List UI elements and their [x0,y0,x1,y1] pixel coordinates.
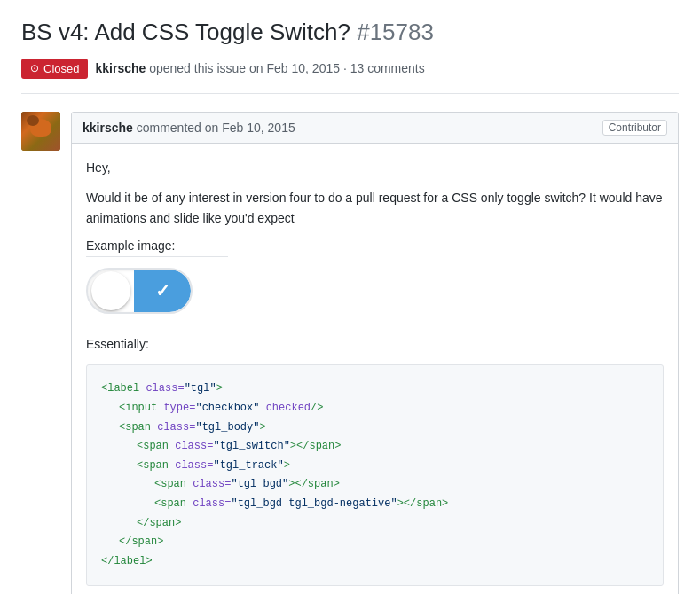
image-label: Example image: [86,238,228,257]
code-line-4: <span class="tgl_switch"></span> [101,437,649,457]
status-badge: ⊙ Closed [21,59,88,79]
avatar-image [21,112,60,151]
comment-author[interactable]: kkirsche [83,121,133,135]
comment-header: kkirsche commented on Feb 10, 2015 Contr… [72,113,678,144]
toggle-knob [91,271,130,310]
closed-icon: ⊙ [30,62,39,74]
body-text: Would it be of any interest in version f… [86,188,664,228]
meta-description: opened this issue on Feb 10, 2015 · 13 c… [149,61,425,75]
comment-box: kkirsche commented on Feb 10, 2015 Contr… [71,112,679,594]
greeting-text: Hey, [86,158,664,177]
code-line-7: <span class="tgl_bgd tgl_bgd-negative"><… [101,495,649,514]
essentially-label: Essentially: [86,334,664,354]
comment-thread: kkirsche commented on Feb 10, 2015 Contr… [21,112,679,594]
commented-on-label: commented on [137,121,219,135]
code-line-1: <label class="tgl"> [101,379,649,399]
code-block: <label class="tgl"> <input type="checkbo… [86,364,664,586]
issue-meta: ⊙ Closed kkirsche opened this issue on F… [21,59,679,94]
code-line-9: </span> [101,533,649,552]
toggle-container: ✓ [86,268,664,317]
code-line-8: </span> [101,514,649,534]
code-line-6: <span class="tgl_bgd"></span> [101,475,649,495]
comment-body: Hey, Would it be of any interest in vers… [72,144,678,594]
issue-meta-text: kkirsche opened this issue on Feb 10, 20… [95,61,424,75]
code-line-3: <span class="tgl_body"> [101,418,649,438]
code-line-2: <input type="checkbox" checked/> [101,399,649,418]
status-label: Closed [43,62,79,75]
meta-author[interactable]: kkirsche [95,61,146,75]
comment-date: Feb 10, 2015 [222,121,295,135]
page-title: BS v4: Add CSS Toggle Switch? #15783 [21,18,679,48]
toggle-track-active: ✓ [134,270,191,312]
avatar [21,112,60,151]
title-text: BS v4: Add CSS Toggle Switch? [21,19,350,45]
issue-number: #15783 [357,19,434,45]
toggle-switch: ✓ [86,268,193,314]
code-line-5: <span class="tgl_track"> [101,457,649,476]
example-image-section: Example image: ✓ [86,238,664,317]
comment-author-info: kkirsche commented on Feb 10, 2015 [83,121,295,135]
code-line-10: </label> [101,552,649,572]
toggle-checkmark: ✓ [155,280,170,301]
contributor-badge: Contributor [602,120,667,136]
